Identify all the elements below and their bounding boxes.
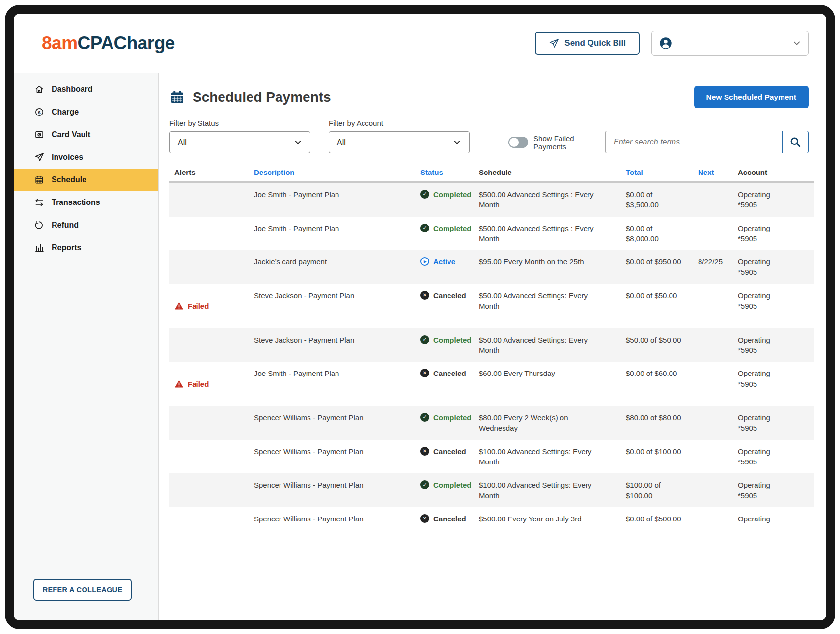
warning-triangle-icon xyxy=(174,301,184,311)
schedule-cell: $500.00 Advanced Settings : Every Month xyxy=(474,183,621,217)
svg-text:$: $ xyxy=(38,110,41,115)
column-header-alerts: Alerts xyxy=(169,168,249,176)
table-row[interactable]: Jackie’s card payment Active $95.00 Ever… xyxy=(169,250,814,284)
table-row[interactable]: Spencer Williams - Payment Plan Canceled… xyxy=(169,507,814,530)
schedule-cell: $60.00 Every Thursday xyxy=(474,362,621,406)
undo-arrow-icon xyxy=(34,220,44,230)
next-cell xyxy=(693,284,733,328)
schedule-cell: $95.00 Every Month on the 25th xyxy=(474,250,621,284)
status-badge: Canceled xyxy=(416,362,474,406)
account-cell: Operating *5905 xyxy=(733,250,814,284)
table-row[interactable]: Failed Joe Smith - Payment Plan Canceled… xyxy=(169,362,814,406)
user-avatar-icon xyxy=(659,36,672,50)
sidebar-item-dashboard[interactable]: Dashboard xyxy=(14,78,158,101)
status-badge: Completed xyxy=(416,473,474,507)
toggle-knob xyxy=(509,138,519,147)
table-row[interactable]: Spencer Williams - Payment Plan Complete… xyxy=(169,473,814,507)
description-cell: Joe Smith - Payment Plan xyxy=(249,217,416,251)
account-cell: Operating *5905 xyxy=(733,362,814,406)
sidebar-item-charge[interactable]: $ Charge xyxy=(14,101,158,123)
sidebar-item-card-vault[interactable]: Card Vault xyxy=(14,123,158,146)
refer-a-colleague-button[interactable]: REFER A COLLEAGUE xyxy=(33,579,132,601)
sidebar-item-reports[interactable]: Reports xyxy=(14,236,158,259)
table-row[interactable]: Joe Smith - Payment Plan Completed $500.… xyxy=(169,217,814,251)
alert-cell xyxy=(169,440,249,474)
calendar-icon xyxy=(169,89,185,105)
alert-cell xyxy=(169,406,249,440)
show-failed-payments-toggle[interactable] xyxy=(508,137,528,148)
status-filter-select[interactable]: All xyxy=(169,131,310,153)
search-icon xyxy=(789,136,801,148)
total-cell: $80.00 of $80.00 xyxy=(621,406,693,440)
status-badge: Completed xyxy=(416,217,474,251)
next-cell xyxy=(693,328,733,362)
sidebar-item-refund[interactable]: Refund xyxy=(14,214,158,236)
table-row[interactable]: Steve Jackson - Payment Plan Completed $… xyxy=(169,328,814,362)
top-bar: 8amCPACharge Send Quick Bill xyxy=(14,14,826,73)
table-row[interactable]: Spencer Williams - Payment Plan Canceled… xyxy=(169,440,814,474)
status-badge: Completed xyxy=(416,406,474,440)
account-cell: Operating *5905 xyxy=(733,473,814,507)
sidebar-item-invoices[interactable]: Invoices xyxy=(14,146,158,169)
total-cell: $0.00 of $50.00 xyxy=(621,284,693,328)
table-row[interactable]: Joe Smith - Payment Plan Completed $500.… xyxy=(169,183,814,217)
column-header-description[interactable]: Description xyxy=(249,168,416,176)
send-quick-bill-button[interactable]: Send Quick Bill xyxy=(535,32,640,55)
alert-cell xyxy=(169,328,249,362)
show-failed-payments-group: Show Failed Payments xyxy=(508,131,605,153)
schedule-cell: $100.00 Advanced Settings: Every Month xyxy=(474,440,621,474)
total-cell: $0.00 of $500.00 xyxy=(621,507,693,530)
description-cell: Spencer Williams - Payment Plan xyxy=(249,440,416,474)
schedule-cell: $50.00 Advanced Settings: Every Month xyxy=(474,284,621,328)
account-filter-select[interactable]: All xyxy=(329,131,470,153)
column-header-total[interactable]: Total xyxy=(621,168,693,176)
status-badge: Canceled xyxy=(416,507,474,530)
sidebar-item-schedule[interactable]: Schedule xyxy=(14,169,158,191)
status-icon xyxy=(420,190,429,199)
column-header-next[interactable]: Next xyxy=(693,168,733,176)
account-filter-value: All xyxy=(337,138,346,147)
total-cell: $0.00 of $100.00 xyxy=(621,440,693,474)
search-group xyxy=(605,131,809,153)
scheduled-payments-table: Alerts Description Status Schedule Total… xyxy=(169,168,814,530)
status-icon xyxy=(420,480,429,489)
filter-by-status-label: Filter by Status xyxy=(169,119,310,127)
filter-by-status-group: Filter by Status All xyxy=(169,119,310,153)
description-cell: Spencer Williams - Payment Plan xyxy=(249,507,416,530)
table-header: Alerts Description Status Schedule Total… xyxy=(169,168,814,183)
next-cell xyxy=(693,217,733,251)
alert-cell: Failed xyxy=(169,362,249,406)
failed-alert: Failed xyxy=(174,379,242,389)
table-row[interactable]: Failed Steve Jackson - Payment Plan Canc… xyxy=(169,284,814,328)
schedule-cell: $80.00 Every 2 Week(s) on Wednesday xyxy=(474,406,621,440)
description-cell: Steve Jackson - Payment Plan xyxy=(249,328,416,362)
home-icon xyxy=(34,85,44,94)
account-cell: Operating xyxy=(733,507,814,530)
account-cell: Operating *5905 xyxy=(733,328,814,362)
account-menu[interactable] xyxy=(651,31,809,56)
column-header-account: Account xyxy=(733,168,814,176)
schedule-cell: $100.00 Advanced Settings: Every Month xyxy=(474,473,621,507)
column-header-status[interactable]: Status xyxy=(416,168,474,176)
calendar-icon xyxy=(34,175,44,185)
show-failed-payments-label: Show Failed Payments xyxy=(533,134,605,151)
top-actions: Send Quick Bill xyxy=(535,31,809,56)
total-cell: $100.00 of $100.00 xyxy=(621,473,693,507)
filter-by-account-group: Filter by Account All xyxy=(329,119,470,153)
dollar-circle-icon: $ xyxy=(34,107,44,117)
sidebar-item-transactions[interactable]: Transactions xyxy=(14,191,158,214)
search-button[interactable] xyxy=(782,131,809,153)
table-row[interactable]: Spencer Williams - Payment Plan Complete… xyxy=(169,406,814,440)
warning-triangle-icon xyxy=(174,379,184,389)
chevron-down-icon xyxy=(453,138,461,146)
search-input[interactable] xyxy=(605,131,782,153)
account-cell: Operating *5905 xyxy=(733,183,814,217)
new-scheduled-payment-button[interactable]: New Scheduled Payment xyxy=(694,86,809,108)
status-icon xyxy=(420,335,429,344)
status-icon xyxy=(420,447,429,456)
logo-8am: 8am xyxy=(42,33,78,54)
alert-cell: Failed xyxy=(169,284,249,328)
description-cell: Spencer Williams - Payment Plan xyxy=(249,406,416,440)
vault-icon xyxy=(34,130,44,140)
status-icon xyxy=(420,224,429,232)
